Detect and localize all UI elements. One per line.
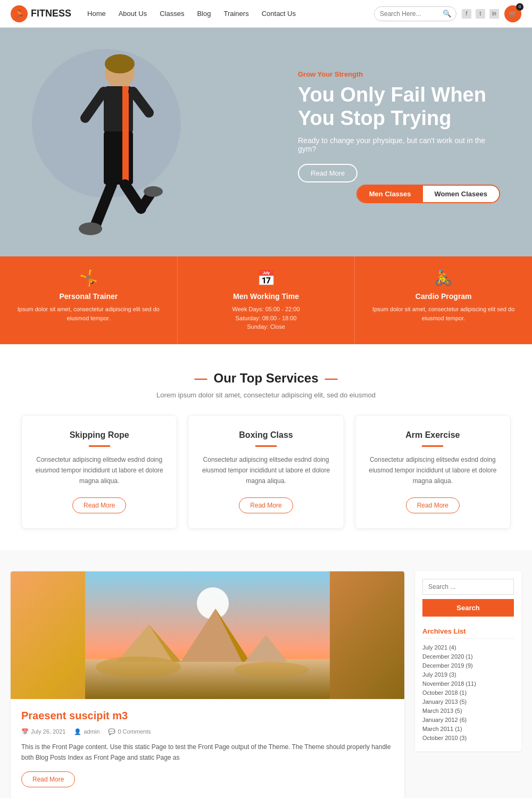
post-author: 👤 admin [74,728,99,735]
svg-point-12 [144,186,163,197]
blog-post: Praesent suscipit m3 📅 July 26, 2021 👤 a… [11,571,404,798]
post-excerpt: This is the Front Page content. Use this… [21,742,394,763]
service-card-1: Boxing Class Consectetur adipiscing elit… [188,415,344,529]
sidebar-archive-item[interactable]: October 2010 (3) [422,735,514,741]
content-area: Praesent suscipit m3 📅 July 26, 2021 👤 a… [0,550,532,798]
services-subtitle: Lorem ipsum dolor sit amet, consectetur … [21,391,511,399]
service-underline-1 [255,445,277,447]
feature-cards: 🤸 Personal Trainer Ipsum dolor sit amet,… [0,256,532,344]
sidebar-search-button[interactable]: Search [422,599,514,617]
sidebar: Search Archives List July 2021 (4)Decemb… [415,571,521,798]
hero-section: Grow Your Strength You Only Fail When Yo… [0,28,532,256]
svg-line-5 [133,92,149,113]
sidebar-archive-item[interactable]: November 2018 (11) [422,680,514,687]
cart-button[interactable]: 🛒 0 [504,5,521,22]
cart-badge: 0 [516,3,523,11]
feature-icon-1: 📅 [188,269,344,287]
sidebar-archive-item[interactable]: December 2020 (1) [422,653,514,660]
service-cards-container: Skipping Rope Consectetur adipiscing eli… [21,415,511,529]
svg-point-11 [79,222,102,235]
sidebar-search-widget: Search Archives List July 2021 (4)Decemb… [415,571,521,751]
feature-card-0: 🤸 Personal Trainer Ipsum dolor sit amet,… [0,256,178,344]
post-read-more-button[interactable]: Read More [21,771,75,787]
service-card-2: Arm Exercise Consectetur adipiscing elit… [355,415,511,529]
header: 🏃 FITNESS HomeAbout UsClassesBlogTrainer… [0,0,532,28]
service-read-more-btn-0[interactable]: Read More [72,497,126,513]
hero-subtitle: Ready to change your physique, but can't… [298,136,500,153]
services-section: Our Top Services Lorem ipsum dolor sit a… [0,344,532,550]
sidebar-archive-item[interactable]: January 2013 (5) [422,699,514,705]
logo-icon: 🏃 [11,5,28,22]
service-title-2: Arm Exercise [366,430,500,440]
runner-figure [37,44,181,256]
class-tabs: Men Classes Women Clasees [356,185,500,203]
hero-tagline: Grow Your Strength [298,70,500,78]
service-underline-2 [422,445,443,447]
post-title: Praesent suscipit m3 [21,710,394,722]
post-image [11,571,404,699]
feature-title-2: Cardio Program [365,292,521,301]
social-icon-t[interactable]: t [476,9,485,19]
sidebar-archive-item[interactable]: December 2019 (9) [422,662,514,669]
svg-rect-7 [122,131,129,185]
svg-line-8 [96,185,112,225]
hero-cta-button[interactable]: Read More [298,164,358,182]
tab-men-classes[interactable]: Men Classes [358,186,423,202]
svg-line-4 [85,92,104,118]
hero-title: You Only Fail When You Stop Trying [298,84,500,130]
post-meta: 📅 July 26, 2021 👤 admin 💬 0 Comments [21,728,394,735]
nav-item-home[interactable]: Home [87,10,106,18]
service-read-more-btn-2[interactable]: Read More [406,497,460,513]
post-date: 📅 July 26, 2021 [21,728,65,735]
feature-title-0: Personal Trainer [11,292,167,301]
feature-desc-0: Ipsum dolor sit amet, consectetur adipis… [11,305,167,322]
feature-card-1: 📅 Men Working Time Week Days: 05:00 - 22… [178,256,355,344]
tab-women-classes[interactable]: Women Clasees [423,186,499,202]
nav-item-blog[interactable]: Blog [197,10,211,18]
social-icon-f[interactable]: f [462,9,471,19]
social-icon-in[interactable]: in [489,9,499,19]
feature-desc-2: Ipsum dolor sit amet, consectetur adipis… [365,305,521,322]
search-submit-btn[interactable]: 🔍 [438,10,456,18]
sidebar-search-input[interactable] [422,579,514,595]
sidebar-archive-item[interactable]: July 2021 (4) [422,644,514,651]
service-underline-0 [89,445,110,447]
post-comments: 💬 0 Comments [108,728,151,735]
feature-desc-1: Week Days: 05:00 - 22:00Saturday: 08:00 … [188,305,344,331]
nav-item-trainers[interactable]: Trainers [223,10,248,18]
service-desc-1: Consectetur adipiscing elitsedw esdnd do… [199,454,332,487]
logo-text: FITNESS [31,8,71,19]
search-input[interactable] [375,10,438,18]
feature-icon-0: 🤸 [11,269,167,287]
feature-card-2: 🚴 Cardio Program Ipsum dolor sit amet, c… [355,256,532,344]
sidebar-archive-item[interactable]: July 2019 (3) [422,671,514,678]
svg-point-1 [105,54,135,73]
nav-item-about-us[interactable]: About Us [119,10,147,18]
sidebar-archive-item[interactable]: March 2013 (5) [422,708,514,714]
service-title-0: Skipping Rope [32,430,166,440]
hero-content: Grow Your Strength You Only Fail When Yo… [298,70,500,182]
sidebar-archive-item[interactable]: October 2018 (1) [422,689,514,696]
logo[interactable]: 🏃 FITNESS [11,5,71,22]
sidebar-archive-item[interactable]: January 2012 (6) [422,717,514,723]
feature-title-1: Men Working Time [188,292,344,301]
post-content: Praesent suscipit m3 📅 July 26, 2021 👤 a… [11,699,404,798]
main-nav: HomeAbout UsClassesBlogTrainersContact U… [87,10,374,18]
services-title: Our Top Services [21,371,511,386]
svg-point-21 [96,656,181,678]
svg-point-22 [234,662,309,678]
sidebar-search-form: Search [422,579,514,617]
service-desc-0: Consectetur adipiscing elitsedw esdnd do… [32,454,166,487]
blog-main: Praesent suscipit m3 📅 July 26, 2021 👤 a… [11,571,404,798]
service-read-more-btn-1[interactable]: Read More [239,497,293,513]
service-desc-2: Consectetur adipiscing elitsedw esdnd do… [366,454,500,487]
svg-rect-3 [122,86,129,134]
archives-list: July 2021 (4)December 2020 (1)December 2… [422,644,514,741]
service-card-0: Skipping Rope Consectetur adipiscing eli… [21,415,177,529]
social-icons: ftin [462,9,499,19]
feature-icon-2: 🚴 [365,269,521,287]
nav-item-contact-us[interactable]: Contact Us [262,10,296,18]
nav-item-classes[interactable]: Classes [160,10,184,18]
sidebar-archive-item[interactable]: March 2011 (1) [422,726,514,732]
header-search[interactable]: 🔍 [374,6,456,21]
